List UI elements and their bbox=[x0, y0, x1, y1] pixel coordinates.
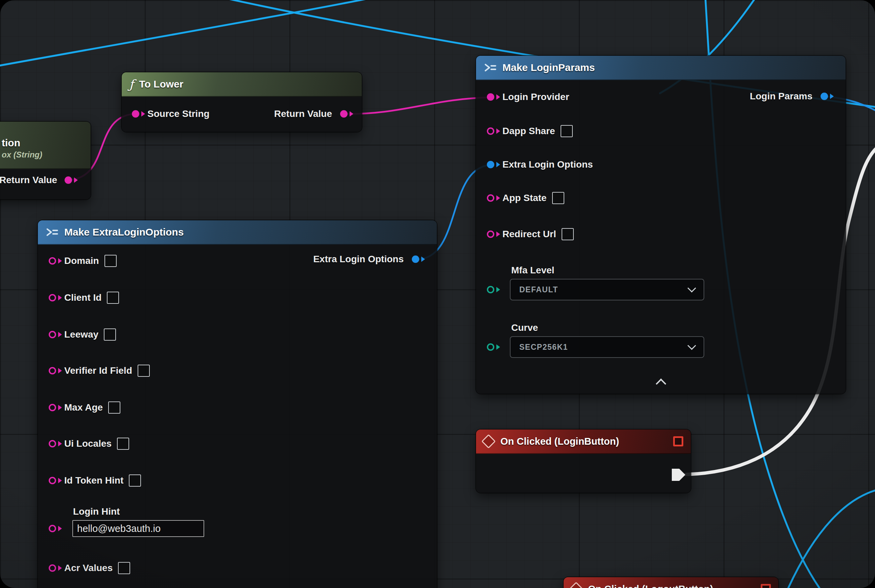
redirect-url-label: Redirect Url bbox=[502, 229, 556, 240]
node-title: On Clicked (LogoutButton) bbox=[588, 584, 713, 588]
make-struct-icon bbox=[484, 63, 497, 72]
chevron-down-icon bbox=[687, 284, 696, 292]
event-icon bbox=[569, 582, 583, 588]
id-token-hint-input-pin[interactable] bbox=[49, 477, 56, 484]
max-age-input-pin[interactable] bbox=[49, 404, 56, 411]
delegate-output-pin[interactable] bbox=[761, 584, 771, 588]
acr-values-checkbox[interactable] bbox=[118, 562, 130, 574]
id-token-hint-checkbox[interactable] bbox=[129, 474, 141, 487]
app-state-input-pin[interactable] bbox=[487, 194, 494, 202]
dapp-share-label: Dapp Share bbox=[502, 126, 555, 136]
mfa-level-input-pin[interactable] bbox=[487, 286, 494, 293]
leeway-label: Leeway bbox=[64, 329, 98, 340]
blueprint-graph-canvas[interactable]: ƒ To Lower Source String Return Value ti… bbox=[0, 0, 875, 588]
domain-checkbox[interactable] bbox=[104, 255, 117, 267]
node-to-lower[interactable]: ƒ To Lower Source String Return Value bbox=[122, 72, 362, 132]
node-title: tion bbox=[2, 136, 20, 150]
client-id-checkbox[interactable] bbox=[107, 292, 119, 304]
node-make-login-params-header[interactable]: Make LoginParams bbox=[476, 56, 846, 80]
max-age-checkbox[interactable] bbox=[108, 402, 120, 414]
curve-value: SECP256K1 bbox=[519, 343, 689, 352]
login-hint-input[interactable] bbox=[72, 520, 204, 537]
delegate-output-pin[interactable] bbox=[673, 436, 683, 446]
source-string-label: Source String bbox=[147, 108, 210, 119]
verifier-id-field-checkbox[interactable] bbox=[138, 364, 150, 377]
make-struct-icon bbox=[45, 228, 59, 237]
curve-label: Curve bbox=[511, 322, 704, 333]
curve-group: Curve SECP256K1 bbox=[487, 322, 704, 358]
verifier-id-field-label: Verifier Id Field bbox=[64, 365, 132, 376]
leeway-input-pin[interactable] bbox=[49, 331, 56, 338]
return-value-label: Return Value bbox=[274, 108, 332, 119]
ui-locales-input-pin[interactable] bbox=[49, 440, 56, 447]
mfa-level-label: Mfa Level bbox=[511, 265, 704, 276]
login-provider-label: Login Provider bbox=[502, 92, 569, 102]
acr-values-label: Acr Values bbox=[64, 562, 113, 573]
collapse-node-button[interactable] bbox=[651, 375, 671, 388]
event-icon bbox=[481, 434, 496, 448]
return-value-label: Return Value bbox=[0, 175, 57, 186]
client-id-label: Client Id bbox=[64, 292, 101, 303]
curve-dropdown[interactable]: SECP256K1 bbox=[510, 336, 704, 358]
chevron-up-icon bbox=[655, 378, 666, 389]
node-make-extra-login-options-header[interactable]: Make ExtraLoginOptions bbox=[38, 220, 437, 244]
return-value-output-pin[interactable] bbox=[340, 110, 347, 118]
return-value-output-pin[interactable] bbox=[65, 176, 72, 184]
mfa-level-value: DEFAULT bbox=[519, 285, 689, 294]
login-hint-label: Login Hint bbox=[73, 506, 427, 518]
id-token-hint-label: Id Token Hint bbox=[64, 475, 123, 486]
node-to-lower-header[interactable]: ƒ To Lower bbox=[122, 72, 362, 97]
login-provider-input-pin[interactable] bbox=[487, 93, 494, 101]
wire-cyan-bottom-right[interactable] bbox=[786, 489, 875, 588]
node-on-clicked-logout-header[interactable]: On Clicked (LogoutButton) bbox=[564, 577, 778, 588]
node-subtitle: ox (String) bbox=[2, 150, 42, 160]
node-title: Make LoginParams bbox=[502, 62, 595, 74]
domain-input-pin[interactable] bbox=[49, 257, 56, 265]
mfa-level-group: Mfa Level DEFAULT bbox=[487, 265, 704, 300]
source-string-input-pin[interactable] bbox=[132, 110, 139, 118]
acr-values-input-pin[interactable] bbox=[49, 564, 56, 572]
node-title: Make ExtraLoginOptions bbox=[64, 226, 183, 238]
verifier-id-field-input-pin[interactable] bbox=[49, 367, 56, 374]
redirect-url-input-pin[interactable] bbox=[487, 231, 494, 238]
node-on-clicked-login-header[interactable]: On Clicked (LoginButton) bbox=[476, 429, 691, 454]
exec-output-pin[interactable] bbox=[672, 469, 685, 481]
app-state-checkbox[interactable] bbox=[552, 192, 564, 204]
node-partial-header[interactable]: tion ox (String) bbox=[0, 122, 90, 169]
login-hint-group: Login Hint bbox=[49, 506, 427, 537]
domain-label: Domain bbox=[64, 255, 99, 266]
curve-input-pin[interactable] bbox=[487, 344, 494, 351]
node-on-clicked-logout-button[interactable]: On Clicked (LogoutButton) bbox=[564, 577, 778, 588]
node-title: On Clicked (LoginButton) bbox=[501, 436, 619, 447]
node-on-clicked-login-button[interactable]: On Clicked (LoginButton) bbox=[476, 429, 691, 493]
function-icon: ƒ bbox=[129, 77, 134, 91]
extra-login-options-label: Extra Login Options bbox=[502, 159, 593, 170]
extra-login-options-input-pin[interactable] bbox=[487, 161, 494, 168]
mfa-level-dropdown[interactable]: DEFAULT bbox=[510, 279, 704, 300]
dapp-share-input-pin[interactable] bbox=[487, 128, 494, 135]
ui-locales-label: Ui Locales bbox=[64, 438, 111, 449]
node-title: To Lower bbox=[139, 78, 183, 90]
chevron-down-icon bbox=[687, 341, 696, 350]
client-id-input-pin[interactable] bbox=[49, 294, 56, 302]
app-state-label: App State bbox=[502, 193, 547, 203]
node-make-login-params[interactable]: Make LoginParams Login Params Login Prov… bbox=[476, 56, 846, 394]
wire-string-tolower-to-loginprovider[interactable] bbox=[343, 98, 491, 114]
wire-cyan-top-left[interactable] bbox=[0, 0, 381, 66]
ui-locales-checkbox[interactable] bbox=[117, 438, 129, 450]
dapp-share-checkbox[interactable] bbox=[561, 125, 573, 137]
leeway-checkbox[interactable] bbox=[104, 328, 116, 340]
max-age-label: Max Age bbox=[64, 402, 103, 413]
node-make-extra-login-options[interactable]: Make ExtraLoginOptions Extra Login Optio… bbox=[38, 220, 437, 588]
node-partial-function[interactable]: tion ox (String) Return Value bbox=[0, 122, 90, 200]
redirect-url-checkbox[interactable] bbox=[562, 228, 574, 240]
login-hint-input-pin[interactable] bbox=[49, 525, 56, 532]
